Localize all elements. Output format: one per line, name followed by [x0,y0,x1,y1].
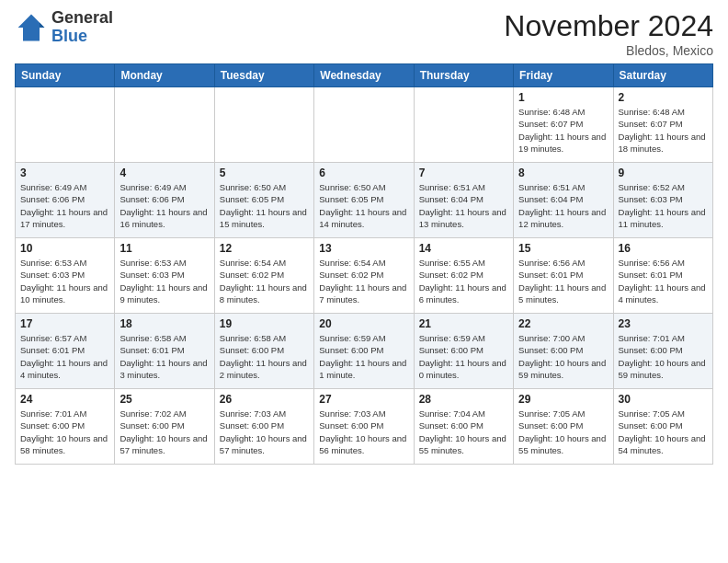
day-number: 8 [518,167,608,179]
weekday-header: Friday [514,64,613,87]
day-number: 23 [619,317,708,330]
day-number: 27 [319,393,408,406]
calendar-cell: 8Sunrise: 6:51 AM Sunset: 6:04 PM Daylig… [514,163,613,238]
calendar-cell: 28Sunrise: 7:04 AM Sunset: 6:00 PM Dayli… [414,389,513,465]
day-number: 7 [419,167,508,179]
header: General Blue November 2024 Bledos, Mexic… [15,9,713,58]
calendar-cell: 17Sunrise: 6:57 AM Sunset: 6:01 PM Dayli… [16,314,115,389]
calendar-week-row: 1Sunrise: 6:48 AM Sunset: 6:07 PM Daylig… [16,87,713,163]
day-info: Sunrise: 6:56 AM Sunset: 6:01 PM Dayligh… [619,257,708,305]
day-info: Sunrise: 6:53 AM Sunset: 6:03 PM Dayligh… [20,257,109,305]
calendar-cell [16,87,115,163]
day-info: Sunrise: 7:00 AM Sunset: 6:00 PM Dayligh… [518,332,608,381]
weekday-header: Thursday [414,64,513,87]
calendar-cell: 13Sunrise: 6:54 AM Sunset: 6:02 PM Dayli… [314,238,414,314]
day-info: Sunrise: 6:59 AM Sunset: 6:00 PM Dayligh… [319,332,408,381]
day-number: 1 [518,91,608,104]
calendar-cell: 25Sunrise: 7:02 AM Sunset: 6:00 PM Dayli… [115,389,214,465]
calendar-week-row: 24Sunrise: 7:01 AM Sunset: 6:00 PM Dayli… [16,389,713,465]
day-info: Sunrise: 6:51 AM Sunset: 6:04 PM Dayligh… [419,181,508,230]
calendar-week-row: 3Sunrise: 6:49 AM Sunset: 6:06 PM Daylig… [16,163,713,238]
logo: General Blue [15,9,113,46]
day-number: 3 [20,167,109,179]
day-number: 4 [119,167,209,179]
calendar-cell: 29Sunrise: 7:05 AM Sunset: 6:00 PM Dayli… [514,389,613,465]
calendar-cell: 5Sunrise: 6:50 AM Sunset: 6:05 PM Daylig… [214,163,313,238]
day-info: Sunrise: 7:01 AM Sunset: 6:00 PM Dayligh… [619,332,708,381]
day-info: Sunrise: 6:59 AM Sunset: 6:00 PM Dayligh… [419,332,508,381]
day-number: 19 [220,317,309,330]
calendar-cell: 2Sunrise: 6:48 AM Sunset: 6:07 PM Daylig… [613,87,712,163]
title-block: November 2024 Bledos, Mexico [504,9,713,58]
day-info: Sunrise: 6:48 AM Sunset: 6:07 PM Dayligh… [518,106,608,155]
weekday-header: Tuesday [214,64,313,87]
calendar-week-row: 17Sunrise: 6:57 AM Sunset: 6:01 PM Dayli… [16,314,713,389]
calendar-cell [115,87,214,163]
day-number: 16 [619,242,708,255]
day-info: Sunrise: 6:52 AM Sunset: 6:03 PM Dayligh… [619,181,708,230]
day-info: Sunrise: 6:48 AM Sunset: 6:07 PM Dayligh… [619,106,708,155]
calendar-cell: 15Sunrise: 6:56 AM Sunset: 6:01 PM Dayli… [514,238,613,314]
weekday-header: Monday [115,64,214,87]
calendar-cell: 30Sunrise: 7:05 AM Sunset: 6:00 PM Dayli… [613,389,712,465]
day-number: 26 [220,393,309,406]
day-info: Sunrise: 6:50 AM Sunset: 6:05 PM Dayligh… [220,181,309,230]
day-info: Sunrise: 6:57 AM Sunset: 6:01 PM Dayligh… [20,332,109,381]
day-number: 6 [319,167,408,179]
month-title: November 2024 [504,9,713,43]
day-info: Sunrise: 6:50 AM Sunset: 6:05 PM Dayligh… [319,181,408,230]
calendar-page: General Blue November 2024 Bledos, Mexic… [0,0,728,479]
day-number: 25 [119,393,209,406]
calendar-cell: 22Sunrise: 7:00 AM Sunset: 6:00 PM Dayli… [514,314,613,389]
logo-text: General Blue [51,9,113,46]
location: Bledos, Mexico [504,43,713,58]
day-info: Sunrise: 6:55 AM Sunset: 6:02 PM Dayligh… [419,257,508,305]
day-number: 9 [619,167,708,179]
day-number: 24 [20,393,109,406]
calendar-cell [214,87,313,163]
calendar-cell: 1Sunrise: 6:48 AM Sunset: 6:07 PM Daylig… [514,87,613,163]
day-number: 14 [419,242,508,255]
calendar-cell: 24Sunrise: 7:01 AM Sunset: 6:00 PM Dayli… [16,389,115,465]
day-info: Sunrise: 7:05 AM Sunset: 6:00 PM Dayligh… [619,408,708,456]
day-info: Sunrise: 6:56 AM Sunset: 6:01 PM Dayligh… [518,257,608,305]
day-number: 30 [619,393,708,406]
calendar-cell: 21Sunrise: 6:59 AM Sunset: 6:00 PM Dayli… [414,314,513,389]
day-number: 28 [419,393,508,406]
day-info: Sunrise: 7:05 AM Sunset: 6:00 PM Dayligh… [518,408,608,456]
day-info: Sunrise: 7:02 AM Sunset: 6:00 PM Dayligh… [119,408,209,456]
calendar-cell: 12Sunrise: 6:54 AM Sunset: 6:02 PM Dayli… [214,238,313,314]
calendar-cell: 27Sunrise: 7:03 AM Sunset: 6:00 PM Dayli… [314,389,414,465]
day-info: Sunrise: 6:58 AM Sunset: 6:01 PM Dayligh… [119,332,209,381]
day-info: Sunrise: 6:53 AM Sunset: 6:03 PM Dayligh… [119,257,209,305]
weekday-row: SundayMondayTuesdayWednesdayThursdayFrid… [16,64,713,87]
day-info: Sunrise: 6:49 AM Sunset: 6:06 PM Dayligh… [119,181,209,230]
day-number: 22 [518,317,608,330]
day-number: 17 [20,317,109,330]
day-number: 29 [518,393,608,406]
day-info: Sunrise: 6:54 AM Sunset: 6:02 PM Dayligh… [319,257,408,305]
calendar-cell: 4Sunrise: 6:49 AM Sunset: 6:06 PM Daylig… [115,163,214,238]
calendar-cell: 18Sunrise: 6:58 AM Sunset: 6:01 PM Dayli… [115,314,214,389]
day-info: Sunrise: 7:04 AM Sunset: 6:00 PM Dayligh… [419,408,508,456]
day-number: 11 [119,242,209,255]
calendar-cell: 23Sunrise: 7:01 AM Sunset: 6:00 PM Dayli… [613,314,712,389]
logo-general: General [51,8,113,27]
weekday-header: Saturday [613,64,712,87]
day-info: Sunrise: 7:03 AM Sunset: 6:00 PM Dayligh… [220,408,309,456]
calendar-cell: 19Sunrise: 6:58 AM Sunset: 6:00 PM Dayli… [214,314,313,389]
weekday-header: Wednesday [314,64,414,87]
calendar-cell: 26Sunrise: 7:03 AM Sunset: 6:00 PM Dayli… [214,389,313,465]
calendar-cell: 14Sunrise: 6:55 AM Sunset: 6:02 PM Dayli… [414,238,513,314]
day-info: Sunrise: 7:01 AM Sunset: 6:00 PM Dayligh… [20,408,109,456]
calendar-cell: 11Sunrise: 6:53 AM Sunset: 6:03 PM Dayli… [115,238,214,314]
calendar-cell [314,87,414,163]
day-number: 2 [619,91,708,104]
day-info: Sunrise: 6:54 AM Sunset: 6:02 PM Dayligh… [220,257,309,305]
day-number: 5 [220,167,309,179]
calendar-cell: 7Sunrise: 6:51 AM Sunset: 6:04 PM Daylig… [414,163,513,238]
logo-icon [15,11,48,44]
calendar-cell: 20Sunrise: 6:59 AM Sunset: 6:00 PM Dayli… [314,314,414,389]
day-info: Sunrise: 7:03 AM Sunset: 6:00 PM Dayligh… [319,408,408,456]
calendar-cell: 10Sunrise: 6:53 AM Sunset: 6:03 PM Dayli… [16,238,115,314]
